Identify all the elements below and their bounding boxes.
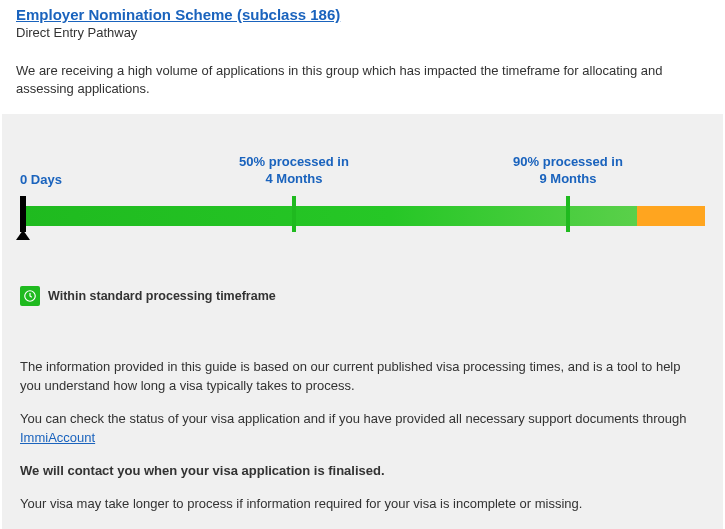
high-volume-notice: We are receiving a high volume of applic… xyxy=(0,52,725,114)
status-text: Within standard processing timeframe xyxy=(48,289,276,303)
visa-subtitle: Direct Entry Pathway xyxy=(16,25,709,40)
info-para-3: We will contact you when your visa appli… xyxy=(20,462,705,481)
timeline-label-50: 50% processed in 4 Months xyxy=(239,154,349,187)
timeline-tick-90 xyxy=(566,196,570,232)
processing-timeline: 0 Days 50% processed in 4 Months 90% pro… xyxy=(20,154,705,274)
timeline-tick-start xyxy=(20,196,26,232)
timeline-label-50-line1: 50% processed in xyxy=(239,154,349,170)
status-row: Within standard processing timeframe xyxy=(20,286,705,306)
current-position-arrow xyxy=(16,230,30,240)
timeline-green-fill xyxy=(20,206,637,226)
processing-panel: 0 Days 50% processed in 4 Months 90% pro… xyxy=(2,114,723,529)
timeline-label-90-line2: 9 Months xyxy=(513,171,623,187)
info-para-1: The information provided in this guide i… xyxy=(20,358,705,396)
info-para-4: Your visa may take longer to process if … xyxy=(20,495,705,514)
info-para-2-text: You can check the status of your visa ap… xyxy=(20,411,687,426)
info-block: The information provided in this guide i… xyxy=(20,306,705,513)
visa-title-link[interactable]: Employer Nomination Scheme (subclass 186… xyxy=(16,6,340,23)
timeline-label-90-line1: 90% processed in xyxy=(513,154,623,170)
clock-ok-icon xyxy=(20,286,40,306)
timeline-label-50-line2: 4 Months xyxy=(239,171,349,187)
timeline-tick-50 xyxy=(292,196,296,232)
info-para-2: You can check the status of your visa ap… xyxy=(20,410,705,448)
immiaccount-link[interactable]: ImmiAccount xyxy=(20,430,95,445)
timeline-label-start: 0 Days xyxy=(20,172,62,188)
timeline-label-90: 90% processed in 9 Months xyxy=(513,154,623,187)
